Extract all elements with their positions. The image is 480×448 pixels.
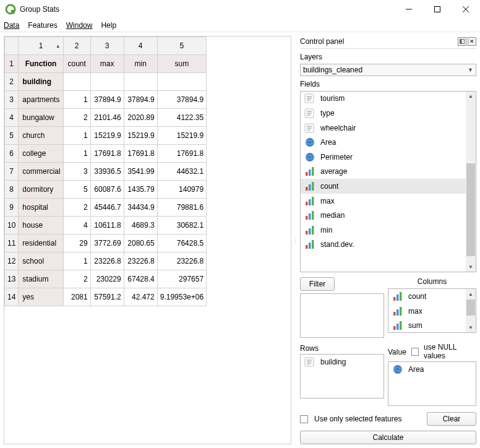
scroll-up-icon[interactable]: ▲	[466, 289, 476, 299]
close-button[interactable]	[452, 0, 480, 19]
menu-features[interactable]: Features	[28, 21, 57, 30]
row-number[interactable]: 4	[5, 109, 19, 127]
columns-list[interactable]: countmaxsum ▲ ▼	[388, 288, 476, 333]
svg-rect-33	[306, 216, 308, 220]
rows-list[interactable]: building	[300, 354, 384, 398]
use-selected-checkbox[interactable]	[300, 415, 308, 423]
use-selected-label: Use only selected features	[314, 415, 423, 423]
sum-cell	[157, 73, 206, 91]
scroll-down-icon[interactable]: ▼	[466, 262, 476, 272]
table-row[interactable]: 6college117691.817691.817691.8	[5, 145, 207, 163]
filter-list[interactable]	[300, 293, 384, 338]
menu-data[interactable]: Data	[4, 21, 19, 30]
use-null-checkbox[interactable]	[411, 348, 419, 356]
sum-cell: 30682.1	[157, 217, 206, 235]
menu-window[interactable]: Window	[66, 21, 93, 30]
bars-icon	[392, 306, 403, 317]
col-header-3[interactable]: 3	[90, 37, 124, 55]
list-item[interactable]: count	[388, 289, 466, 304]
use-null-label: use NULL values	[424, 343, 476, 360]
row-number[interactable]: 5	[5, 127, 19, 145]
col-header-4[interactable]: 4	[124, 37, 157, 55]
list-item[interactable]: max	[301, 194, 466, 209]
scroll-up-icon[interactable]: ▲	[466, 92, 476, 101]
clear-button[interactable]: Clear	[427, 412, 476, 426]
maximize-button[interactable]	[423, 0, 452, 19]
table-row[interactable]: 8dormitory560087.61435.79140979	[5, 181, 207, 199]
table-row[interactable]: 3apartments137894.937894.937894.9	[5, 91, 207, 109]
row-number[interactable]: 3	[5, 91, 19, 109]
columns-scrollbar[interactable]: ▲ ▼	[466, 289, 476, 332]
list-item[interactable]: max	[388, 304, 466, 319]
row-number[interactable]: 2	[5, 73, 19, 91]
bars-icon	[304, 181, 315, 192]
list-item[interactable]: stand.dev.	[301, 238, 466, 252]
list-item[interactable]: count	[301, 179, 466, 194]
row-number[interactable]: 14	[5, 288, 19, 306]
list-item[interactable]: average	[301, 165, 466, 179]
count-cell	[63, 73, 90, 91]
list-item[interactable]: tourism	[301, 92, 466, 106]
table-row[interactable]: 5church115219.915219.915219.9	[5, 127, 207, 145]
table-row[interactable]: 7commercial333936.53541.9944632.1	[5, 163, 207, 181]
filter-button[interactable]: Filter	[300, 277, 335, 291]
category-cell: commercial	[19, 163, 63, 181]
list-item[interactable]: Perimeter	[301, 150, 466, 165]
category-cell: hospital	[19, 199, 63, 217]
list-item[interactable]: wheelchair	[301, 121, 466, 136]
text-icon	[304, 108, 315, 119]
max-cell: 10611.8	[90, 217, 124, 235]
svg-rect-44	[400, 292, 402, 301]
row-number[interactable]: 13	[5, 270, 19, 288]
results-table[interactable]: 1▲ 2 3 4 5 1 Function count max min	[4, 36, 291, 444]
list-item[interactable]: type	[301, 106, 466, 121]
svg-rect-32	[312, 197, 314, 205]
fields-list[interactable]: tourismtypewheelchairAreaPerimeteraverag…	[300, 91, 476, 273]
table-row[interactable]: 9hospital245446.734434.979881.6	[5, 199, 207, 217]
control-panel-title: Control panel	[300, 37, 456, 46]
list-item[interactable]: Area	[301, 135, 466, 150]
list-item[interactable]: min	[301, 223, 466, 238]
close-panel-icon[interactable]: ✕	[468, 37, 476, 46]
minimize-button[interactable]	[395, 0, 423, 19]
fields-scrollbar[interactable]: ▲ ▼	[466, 92, 476, 272]
table-row[interactable]: 12school123226.823226.823226.8	[5, 252, 207, 270]
svg-rect-29	[312, 182, 314, 191]
list-item[interactable]: median	[301, 208, 466, 223]
layers-label: Layers	[300, 53, 476, 61]
layers-combo[interactable]: buildings_cleaned ▼	[300, 64, 476, 76]
table-row[interactable]: 13stadium223022967428.4297657	[5, 270, 207, 288]
value-list[interactable]: Area	[388, 361, 476, 406]
scroll-thumb[interactable]	[466, 163, 475, 256]
sum-cell: 4122.35	[157, 109, 206, 127]
func-sum: sum	[157, 55, 206, 73]
dock-icon[interactable]	[458, 37, 466, 46]
row-number[interactable]: 9	[5, 199, 19, 217]
list-item-label: building	[320, 358, 346, 366]
row-number[interactable]: 8	[5, 181, 19, 199]
list-item[interactable]: sum	[388, 319, 466, 334]
row-number[interactable]: 6	[5, 145, 19, 163]
row-header-1[interactable]: 1	[5, 55, 19, 73]
col-header-5[interactable]: 5	[157, 37, 206, 55]
list-item[interactable]: Area	[388, 362, 476, 377]
row-number[interactable]: 7	[5, 163, 19, 181]
scroll-down-icon[interactable]: ▼	[466, 322, 476, 332]
table-row[interactable]: 14yes208157591.242.4729.19953e+06	[5, 288, 207, 306]
row-number[interactable]: 12	[5, 252, 19, 270]
table-row[interactable]: 2building	[5, 73, 207, 91]
col-header-1[interactable]: 1▲	[19, 37, 63, 55]
category-cell: school	[19, 252, 63, 270]
calculate-button[interactable]: Calculate	[300, 431, 476, 444]
row-number[interactable]: 10	[5, 217, 19, 235]
svg-rect-50	[400, 321, 402, 330]
count-cell: 29	[63, 235, 90, 252]
menu-help[interactable]: Help	[101, 21, 116, 30]
table-row[interactable]: 10house410611.84689.330682.1	[5, 217, 207, 235]
table-row[interactable]: 11residential293772.692080.6576428.5	[5, 235, 207, 252]
row-number[interactable]: 11	[5, 235, 19, 252]
list-item[interactable]: building	[301, 355, 384, 369]
table-row[interactable]: 4bungalow22101.462020.894122.35	[5, 109, 207, 127]
col-header-2[interactable]: 2	[63, 37, 90, 55]
scroll-thumb[interactable]	[466, 299, 475, 316]
